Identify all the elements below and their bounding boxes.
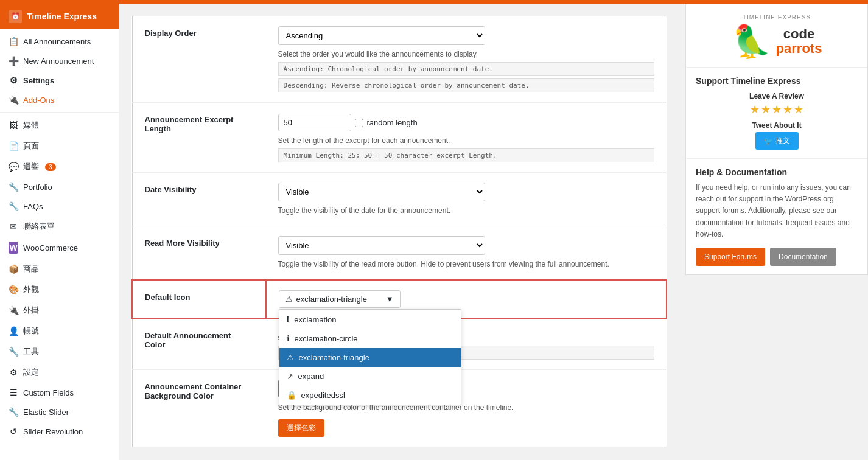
sidebar-nav: 📋 All Announcements ➕ New Announcement ⚙… xyxy=(0,29,119,444)
excerpt-length-code: Minimum Length: 25; 50 = 50 character ex… xyxy=(278,148,654,162)
comments-badge: 3 xyxy=(45,163,56,171)
date-visibility-select[interactable]: Visible Hidden xyxy=(278,183,485,201)
twitter-icon: 🐦 xyxy=(764,137,773,145)
sidebar-item-label: Portfolio xyxy=(23,183,52,192)
logo-area: 🦜 code parrots xyxy=(696,26,858,57)
contact-icon: ✉ xyxy=(9,221,18,231)
sidebar-item-portfolio[interactable]: 🔧 Portfolio xyxy=(0,177,119,197)
sidebar-item-pages[interactable]: 📄 頁面 xyxy=(0,136,119,156)
help-title: Help & Documentation xyxy=(696,167,858,177)
default-color-label: Default Announcement Color xyxy=(145,331,231,349)
sidebar-item-label: FAQs xyxy=(23,202,43,211)
sidebar-item-elastic-slider[interactable]: 🔧 Elastic Slider xyxy=(0,402,119,422)
default-icon-label: Default Icon xyxy=(145,293,190,302)
support-section: Support Timeline Express Leave A Review … xyxy=(686,68,867,158)
woo-icon: W xyxy=(9,242,18,254)
sidebar-item-slider-revolution[interactable]: ↺ Slider Revolution xyxy=(0,422,119,441)
icon-dropdown-wrapper: ⚠ exclamation-triangle ▼ ! exclamation ℹ xyxy=(279,290,401,308)
date-visibility-row: Date Visibility Visible Hidden Toggle th… xyxy=(132,173,667,226)
sidebar-item-new-announcement[interactable]: ➕ New Announcement xyxy=(0,51,119,71)
date-visibility-label: Date Visibility xyxy=(145,185,197,194)
sidebar-item-appearance[interactable]: 🎨 外觀 xyxy=(0,279,119,300)
read-more-label-cell: Read More Visibility xyxy=(132,226,266,281)
sidebar-item-addons[interactable]: 🔌 Add-Ons xyxy=(0,90,119,110)
sidebar-item-label: 帳號 xyxy=(23,326,39,336)
documentation-button[interactable]: Documentation xyxy=(770,248,836,266)
sidebar-item-account[interactable]: 👤 帳號 xyxy=(0,321,119,341)
media-icon: 🖼 xyxy=(9,120,18,130)
elastic-slider-icon: 🔧 xyxy=(9,407,18,417)
read-more-select[interactable]: Visible Hidden xyxy=(278,236,485,255)
random-length-label: random length xyxy=(367,118,418,127)
star-5: ★ xyxy=(794,103,803,116)
tweet-label: Tweet About It xyxy=(696,121,858,130)
excerpt-length-input[interactable] xyxy=(278,114,351,131)
help-buttons: Support Forums Documentation xyxy=(696,248,858,266)
faqs-icon: 🔧 xyxy=(9,201,18,211)
icon-option-label: exclamation xyxy=(294,315,336,324)
plugins-icon: 🔌 xyxy=(9,305,18,315)
sidebar-item-woocommerce[interactable]: W WooCommerce xyxy=(0,237,119,259)
sidebar-item-all-announcements[interactable]: 📋 All Announcements xyxy=(0,32,119,51)
sidebar-item-label: 設定 xyxy=(23,367,39,378)
sidebar-item-label: New Announcement xyxy=(23,57,94,66)
tweet-btn-label: 推文 xyxy=(775,136,790,146)
sidebar-item-label: 迴響 xyxy=(23,161,39,172)
date-visibility-desc: Toggle the visibility of the date for th… xyxy=(278,205,654,216)
container-bg-color-btn-2[interactable]: 選擇色彩 xyxy=(278,419,324,437)
icon-option-expand[interactable]: ↗ expand xyxy=(279,367,461,386)
star-1: ★ xyxy=(750,103,760,116)
sidebar-item-media[interactable]: 🖼 媒體 xyxy=(0,115,119,136)
icon-option-exclamation[interactable]: ! exclamation xyxy=(279,310,461,329)
date-visibility-label-cell: Date Visibility xyxy=(132,173,266,226)
list-icon: 📋 xyxy=(9,37,18,46)
exclamation-triangle-icon: ⚠ xyxy=(287,353,294,362)
expand-icon: ↗ xyxy=(287,372,293,381)
star-4: ★ xyxy=(783,103,793,116)
brand-title: Timeline Express xyxy=(27,12,97,21)
sidebar-item-products[interactable]: 📦 商品 xyxy=(0,259,119,279)
sidebar-item-faqs[interactable]: 🔧 FAQs xyxy=(0,197,119,216)
sidebar-item-plugins[interactable]: 🔌 外掛 xyxy=(0,300,119,321)
parrots-text: parrots xyxy=(776,41,822,56)
sidebar-item-settings2[interactable]: ⚙ 設定 xyxy=(0,362,119,383)
pages-icon: 📄 xyxy=(9,141,18,151)
sidebar-item-settings[interactable]: ⚙ Settings xyxy=(0,71,119,90)
sidebar-item-label: Settings xyxy=(23,76,54,85)
icon-dropdown-trigger[interactable]: ⚠ exclamation-triangle ▼ xyxy=(279,290,401,308)
help-desc: If you need help, or run into any issues… xyxy=(696,182,858,240)
sidebar-item-tools[interactable]: 🔧 工具 xyxy=(0,341,119,362)
sidebar-item-label: All Announcements xyxy=(23,37,91,46)
sidebar-item-label: 商品 xyxy=(23,263,39,274)
display-order-desc: Select the order you would like the anno… xyxy=(278,49,654,60)
sidebar-divider xyxy=(0,112,119,113)
support-forums-button[interactable]: Support Forums xyxy=(696,248,765,266)
random-length-checkbox[interactable] xyxy=(355,119,363,127)
brand-text: TIMELINE EXPRESS xyxy=(696,14,858,21)
default-icon-row: Default Icon ⚠ exclamation-triangle ▼ ! … xyxy=(132,280,667,318)
main-content: Display Order Ascending Descending Selec… xyxy=(119,4,685,460)
icon-option-exclamation-triangle[interactable]: ⚠ exclamation-triangle xyxy=(279,348,461,367)
icon-option-exclamation-circle[interactable]: ℹ exclamation-circle xyxy=(279,329,461,348)
gear-icon: ⚙ xyxy=(9,75,18,85)
sidebar-item-comments[interactable]: 💬 迴響 3 xyxy=(0,156,119,177)
display-order-select[interactable]: Ascending Descending xyxy=(278,26,485,45)
selected-icon-label: exclamation-triangle xyxy=(296,294,367,304)
read-more-value-cell: Visible Hidden Toggle the visibility of … xyxy=(266,226,667,281)
triangle-icon: ⚠ xyxy=(285,294,293,304)
icon-option-expeditedssl[interactable]: 🔒 expeditedssl xyxy=(279,386,461,405)
excerpt-length-value-cell: random length Set the length of the exce… xyxy=(266,103,667,173)
sidebar-brand: ⏰ Timeline Express xyxy=(0,4,119,29)
icon-option-label: expand xyxy=(298,372,324,381)
sidebar-item-custom-fields[interactable]: ☰ Custom Fields xyxy=(0,383,119,402)
sidebar-item-contact[interactable]: ✉ 聯絡表單 xyxy=(0,216,119,237)
account-icon: 👤 xyxy=(9,326,18,336)
brand-panel: TIMELINE EXPRESS 🦜 code parrots Support … xyxy=(685,4,868,275)
default-icon-label-cell: Default Icon xyxy=(132,280,266,318)
expeditedssl-icon: 🔒 xyxy=(287,391,296,400)
tweet-button[interactable]: 🐦 推文 xyxy=(755,132,799,150)
products-icon: 📦 xyxy=(9,264,18,274)
sidebar-item-label: Custom Fields xyxy=(23,388,74,397)
excerpt-length-row: Announcement Excerpt Length random lengt… xyxy=(132,103,667,173)
exclamation-icon: ! xyxy=(287,315,290,324)
